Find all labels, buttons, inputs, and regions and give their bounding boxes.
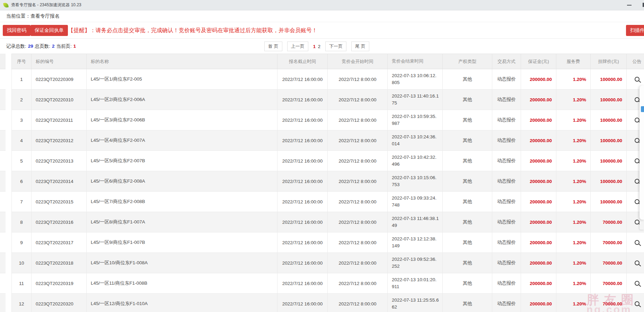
magnifier-icon[interactable] xyxy=(635,220,639,224)
window-title: 查看专厅报名 - 2345加速浏览器 10.23 xyxy=(11,2,81,8)
toolbar: 找回密码 保证金回执单 【提醒】：请务必点击提交审批，完成确认！竞价账号及密码在… xyxy=(0,22,644,39)
table-header-row: 序号 标的编号 标的名称 报名截止时间 竞价会开始时间 竞价会结束时间 产权类型… xyxy=(11,54,644,69)
table-left-cut-cell xyxy=(0,110,6,130)
cell-property-type: 其他 xyxy=(443,130,492,150)
cell-lot-code: 0223QT20220309 xyxy=(32,69,87,89)
cell-deposit: 200000.00 xyxy=(521,110,556,130)
header-lot-code: 标的编号 xyxy=(32,54,87,69)
cell-auction-start: 2022/7/12 8:00:00 xyxy=(328,110,388,130)
cell-listing-price: 70000.00 xyxy=(591,273,627,293)
cell-lot-name: L45/一区10/商位东F1-008A xyxy=(87,253,277,273)
cell-listing-price: 70000.00 xyxy=(591,253,627,273)
cell-deadline: 2022/7/12 16:00:00 xyxy=(277,90,328,110)
last-page-button[interactable]: 尾 页 xyxy=(351,42,369,51)
side-panel-blue-icon[interactable] xyxy=(641,106,644,112)
magnifier-icon[interactable] xyxy=(635,138,639,143)
cell-deposit: 200000.00 xyxy=(521,212,556,232)
first-page-button[interactable]: 首 页 xyxy=(264,42,282,51)
cell-property-type: 其他 xyxy=(443,110,492,130)
cell-auction-end: 2022-07-13 10:06:12.805 xyxy=(388,69,443,89)
magnifier-icon[interactable] xyxy=(635,158,639,163)
cell-auction-end: 2022-07-13 09:33:24.748 xyxy=(388,192,443,212)
magnifier-icon[interactable] xyxy=(635,301,639,306)
cell-seq: 12 xyxy=(12,294,32,312)
page-number-current[interactable]: 1 xyxy=(313,44,316,49)
table-left-cut-cell xyxy=(0,273,6,294)
cell-lot-code: 0223QT20220314 xyxy=(32,171,87,191)
cell-seq: 8 xyxy=(12,212,32,232)
cell-listing-price: 70000.00 xyxy=(591,294,627,312)
magnifier-icon[interactable] xyxy=(635,281,639,286)
cell-auction-start: 2022/7/12 8:00:00 xyxy=(328,294,388,312)
magnifier-icon[interactable] xyxy=(635,240,639,245)
cell-auction-start: 2022/7/12 8:00:00 xyxy=(328,90,388,110)
minimize-icon[interactable] xyxy=(627,5,632,6)
next-page-button[interactable]: 下一页 xyxy=(325,42,346,51)
magnifier-icon[interactable] xyxy=(635,199,639,204)
window-control-partial-icon[interactable] xyxy=(643,3,644,7)
cell-lot-code: 0223QT20220315 xyxy=(32,192,87,212)
scan-file-button[interactable]: 扫描件 xyxy=(626,25,644,36)
cell-auction-end: 2022-07-13 10:15:06.753 xyxy=(388,171,443,191)
cell-auction-start: 2022/7/12 8:00:00 xyxy=(328,273,388,293)
table-row: 2 0223QT20220310 L45/一区2/商位东F2-006A 2022… xyxy=(11,90,644,110)
cell-deadline: 2022/7/12 16:00:00 xyxy=(277,294,328,312)
header-service-fee: 服务费 xyxy=(556,54,591,69)
browser-side-panel[interactable] xyxy=(639,85,644,220)
table-body: 1 0223QT20220309 L45/一区1/商位东F2-005 2022/… xyxy=(11,69,644,312)
magnifier-icon[interactable] xyxy=(635,118,639,122)
cell-auction-end: 2022-07-13 10:59:35.987 xyxy=(388,110,443,130)
cell-auction-end: 2022-07-13 10:24:36.014 xyxy=(388,130,443,150)
cell-trade-mode: 动态报价 xyxy=(492,130,521,150)
cell-lot-name: L45/一区7/商位东F2-008B xyxy=(87,192,277,212)
cell-deadline: 2022/7/12 16:00:00 xyxy=(277,110,328,130)
table-left-cut-cell xyxy=(0,294,6,312)
cell-deadline: 2022/7/12 16:00:00 xyxy=(277,273,328,293)
find-password-button[interactable]: 找回密码 xyxy=(3,25,30,36)
side-panel-handle[interactable] xyxy=(639,221,644,230)
magnifier-icon[interactable] xyxy=(635,260,639,265)
cell-deadline: 2022/7/12 16:00:00 xyxy=(277,232,328,253)
cell-seq: 5 xyxy=(12,151,32,171)
table-row: 10 0223QT20220318 L45/一区10/商位东F1-008A 20… xyxy=(11,253,644,273)
cell-lot-code: 0223QT20220320 xyxy=(32,294,87,312)
cell-auction-end: 2022-07-13 10:42:32.496 xyxy=(388,151,443,171)
prev-page-button[interactable]: 上一页 xyxy=(287,42,308,51)
cell-deadline: 2022/7/12 16:00:00 xyxy=(277,69,328,89)
cell-deadline: 2022/7/12 16:00:00 xyxy=(277,171,328,191)
cell-lot-name: L45/一区12/商位东F1-010A xyxy=(87,294,277,312)
magnifier-icon[interactable] xyxy=(635,77,639,82)
cell-seq: 7 xyxy=(12,192,32,212)
table-row: 8 0223QT20220316 L45/一区8/商位东F1-007A 2022… xyxy=(11,212,644,232)
cell-lot-code: 0223QT20220313 xyxy=(32,151,87,171)
cell-lot-code: 0223QT20220318 xyxy=(32,253,87,273)
magnifier-icon[interactable] xyxy=(635,179,639,184)
cell-trade-mode: 动态报价 xyxy=(492,273,521,293)
table-row: 11 0223QT20220319 L45/一区11/商位东F1-008B 20… xyxy=(11,273,644,294)
page-number-2[interactable]: 2 xyxy=(318,44,320,49)
cell-lot-name: L45/一区11/商位东F1-008B xyxy=(87,273,277,293)
cell-seq: 3 xyxy=(12,110,32,130)
table-left-cut-cell xyxy=(0,69,6,90)
magnifier-icon[interactable] xyxy=(635,97,639,102)
table-left-cut-cell xyxy=(0,232,6,253)
cell-lot-name: L45/一区1/商位东F2-005 xyxy=(87,69,277,89)
cell-property-type: 其他 xyxy=(443,232,492,253)
cell-service-fee: 1.20% xyxy=(556,110,591,130)
cell-listing-price: 100000.00 xyxy=(591,110,627,130)
cell-auction-start: 2022/7/12 8:00:00 xyxy=(328,130,388,150)
cell-lot-name: L45/一区8/商位东F1-007A xyxy=(87,212,277,232)
cell-trade-mode: 动态报价 xyxy=(492,110,521,130)
cell-auction-start: 2022/7/12 8:00:00 xyxy=(328,151,388,171)
total-pages-label: 总页数: xyxy=(35,43,50,49)
cell-property-type: 其他 xyxy=(443,171,492,191)
deposit-receipt-button[interactable]: 保证金回执单 xyxy=(30,25,68,36)
cell-listing-price: 70000.00 xyxy=(591,212,627,232)
cell-trade-mode: 动态报价 xyxy=(492,232,521,253)
breadcrumb: 当前位置：查看专厅报名 xyxy=(0,11,644,22)
cell-listing-price: 100000.00 xyxy=(591,69,627,89)
cell-lot-name: L45/一区6/商位东F2-008A xyxy=(87,171,277,191)
cell-seq: 1 xyxy=(12,69,32,89)
cell-lot-name: L45/一区5/商位东F2-007B xyxy=(87,151,277,171)
header-deposit: 保证金(元) xyxy=(521,54,556,69)
